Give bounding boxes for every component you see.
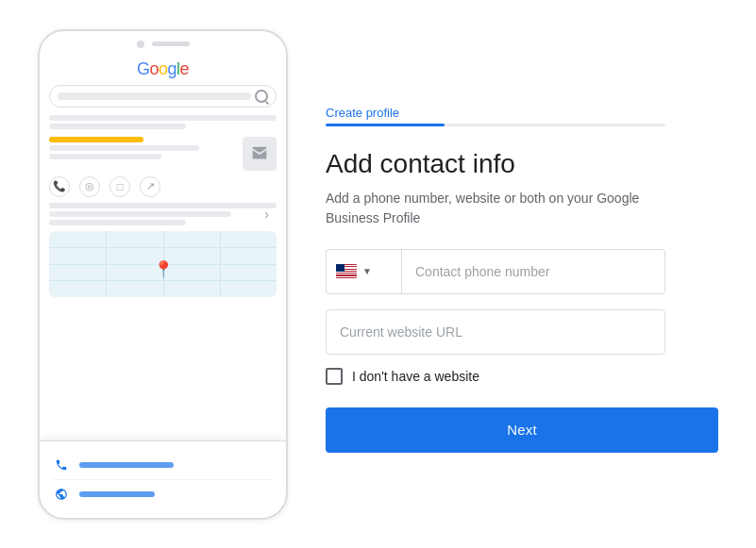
phone-save-icon: □ [109,176,130,197]
step-header: Create profile [326,106,718,145]
phone-store-icon [243,137,277,171]
form-title: Add contact info [326,149,718,179]
progress-bar-fill [326,124,445,126]
no-website-label: I don't have a website [352,369,479,384]
phone-search-icon [255,90,268,103]
phone-card-phone-icon [53,457,70,473]
form-subtitle: Add a phone number, website or both on y… [326,189,665,228]
phone-call-icon: 📞 [49,176,70,197]
phone-search-bar [49,85,277,108]
phone-result-lines [49,115,277,129]
no-website-checkbox-row: I don't have a website [326,368,718,385]
progress-bar-container [326,124,665,126]
country-select[interactable]: ▼ [326,249,401,294]
phone-top-bar [40,31,286,54]
page-container: Google [0,0,756,548]
google-logo: Google [49,59,277,79]
flag-us-icon [336,264,357,278]
map-pin-icon: 📍 [153,261,174,278]
phone-card-globe-icon [53,486,70,503]
right-panel: Create profile Add contact info Add a ph… [326,96,718,453]
phone-number-input[interactable] [401,249,665,294]
phone-camera [137,41,144,48]
phone-directions-icon: ◎ [79,176,100,197]
phone-card-web-row [53,480,273,508]
phone-more-lines: › [49,203,277,225]
phone-card-phone-row [53,451,273,480]
phone-mockup: Google [38,29,288,520]
phone-speaker [152,42,190,46]
phone-map-area: 📍 [49,231,277,297]
phone-action-icons: 📞 ◎ □ ↗ [49,176,277,197]
store-svg [249,143,270,164]
phone-store-result [49,137,277,171]
phone-bottom-card [40,440,286,518]
website-url-input[interactable] [326,309,665,355]
country-chevron-down-icon: ▼ [362,266,372,276]
chevron-right-icon: › [264,207,269,222]
phone-input-row: ▼ [326,249,665,294]
step-label: Create profile [326,106,718,120]
no-website-checkbox[interactable] [326,368,343,385]
phone-share-icon: ↗ [140,176,160,197]
next-button[interactable]: Next [326,407,718,453]
